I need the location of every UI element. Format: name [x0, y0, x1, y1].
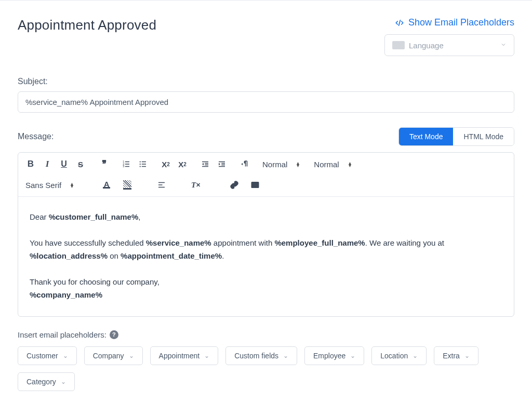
- placeholder-pill-employee[interactable]: Employee⌄: [304, 346, 364, 365]
- placeholder-pill-appointment[interactable]: Appointment⌄: [150, 346, 219, 365]
- pill-label: Customer: [26, 352, 58, 360]
- font-select[interactable]: Sans Serif ▴▾: [25, 181, 75, 190]
- ordered-list-button[interactable]: 123: [121, 158, 131, 170]
- placeholder-pill-extra[interactable]: Extra⌄: [434, 346, 478, 365]
- pill-label: Location: [380, 352, 408, 360]
- font-select-label: Sans Serif: [25, 181, 61, 190]
- placeholder-service: %service_name%: [146, 238, 211, 247]
- header-select[interactable]: Normal ▴▾: [262, 160, 301, 169]
- page-title: Appointment Approved: [18, 17, 156, 33]
- superscript-button[interactable]: X2: [177, 158, 188, 170]
- placeholder-pill-customer[interactable]: Customer⌄: [18, 346, 77, 365]
- align-button[interactable]: [156, 179, 167, 191]
- italic-button[interactable]: I: [42, 158, 52, 170]
- body-text: Dear: [30, 212, 49, 221]
- subject-input[interactable]: [18, 91, 514, 113]
- chevron-down-icon: ⌄: [61, 378, 66, 385]
- show-email-placeholders-link[interactable]: Show Email Placeholders: [394, 17, 514, 28]
- message-editor: B I U S ❜❜ 123 X2 X2: [18, 152, 514, 317]
- svg-point-10: [140, 161, 141, 162]
- flag-icon: [392, 41, 405, 49]
- pill-label: Category: [26, 378, 56, 386]
- pill-label: Company: [93, 352, 124, 360]
- subject-label: Subject:: [18, 77, 514, 86]
- highlight-button[interactable]: [122, 179, 132, 191]
- outdent-button[interactable]: [200, 158, 210, 170]
- mode-toggle: Text Mode HTML Mode: [398, 127, 514, 146]
- body-text: You have successfully scheduled: [30, 238, 146, 247]
- header-row: Appointment Approved Show Email Placehol…: [18, 17, 514, 56]
- body-text: ,: [138, 212, 140, 221]
- header-select-label: Normal: [262, 160, 287, 169]
- chevron-down-icon: ⌄: [350, 352, 355, 359]
- insert-placeholders-label: Insert email placeholders:: [18, 330, 107, 339]
- subscript-button[interactable]: X2: [161, 158, 171, 170]
- size-select-label: Normal: [314, 160, 339, 169]
- pill-label: Employee: [313, 352, 345, 360]
- chevron-down-icon: [500, 41, 507, 50]
- direction-button[interactable]: [240, 158, 250, 170]
- caret-updown-icon: ▴▾: [297, 162, 299, 167]
- font-color-button[interactable]: A: [101, 179, 112, 191]
- help-icon[interactable]: ?: [110, 330, 118, 339]
- html-mode-button[interactable]: HTML Mode: [453, 128, 514, 145]
- chevron-down-icon: ⌄: [464, 352, 470, 359]
- message-label: Message:: [18, 132, 54, 141]
- body-text: on: [108, 251, 121, 260]
- placeholder-pill-company[interactable]: Company⌄: [84, 346, 143, 365]
- body-text: . We are waiting you at: [365, 238, 444, 247]
- placeholder-company: %company_name%: [30, 290, 102, 299]
- language-select[interactable]: Language: [384, 34, 514, 56]
- message-textarea[interactable]: Dear %customer_full_name%, You have succ…: [18, 197, 514, 316]
- placeholder-pill-category[interactable]: Category⌄: [18, 372, 75, 391]
- svg-marker-17: [202, 163, 204, 166]
- blockquote-button[interactable]: ❜❜: [98, 158, 109, 170]
- svg-point-11: [140, 164, 141, 165]
- chevron-down-icon: ⌄: [129, 352, 134, 359]
- clear-format-button[interactable]: T✕: [191, 179, 201, 191]
- chevron-down-icon: ⌄: [413, 352, 418, 359]
- text-mode-button[interactable]: Text Mode: [399, 128, 454, 145]
- chevron-down-icon: ⌄: [63, 352, 68, 359]
- caret-updown-icon: ▴▾: [349, 162, 351, 167]
- indent-button[interactable]: [217, 158, 227, 170]
- underline-button[interactable]: U: [59, 158, 69, 170]
- svg-marker-23: [241, 163, 243, 166]
- unordered-list-button[interactable]: [138, 158, 148, 170]
- placeholder-location: %location_address%: [30, 251, 108, 260]
- svg-marker-22: [219, 163, 220, 166]
- link-button[interactable]: [229, 179, 240, 191]
- body-text: appointment with: [211, 238, 275, 247]
- pill-label: Appointment: [159, 352, 200, 360]
- chevron-down-icon: ⌄: [283, 352, 288, 359]
- placeholder-pills: Customer⌄ Company⌄ Appointment⌄ Custom f…: [18, 346, 514, 391]
- code-icon: [394, 18, 405, 28]
- placeholder-pill-location[interactable]: Location⌄: [371, 346, 427, 365]
- placeholder-employee: %employee_full_name%: [274, 238, 365, 247]
- language-placeholder: Language: [409, 41, 444, 50]
- editor-toolbar: B I U S ❜❜ 123 X2 X2: [18, 153, 514, 197]
- body-text: Thank you for choosing our company,: [30, 277, 159, 286]
- size-select[interactable]: Normal ▴▾: [314, 160, 353, 169]
- placeholder-pill-custom-fields[interactable]: Custom fields⌄: [225, 346, 297, 365]
- svg-line-0: [398, 20, 400, 25]
- svg-point-12: [140, 166, 141, 167]
- body-text: .: [222, 251, 224, 260]
- bold-button[interactable]: B: [25, 158, 36, 170]
- caret-updown-icon: ▴▾: [71, 182, 73, 187]
- placeholder-customer: %customer_full_name%: [49, 212, 139, 221]
- pill-label: Custom fields: [234, 352, 278, 360]
- svg-text:3: 3: [123, 165, 124, 168]
- chevron-down-icon: ⌄: [204, 352, 209, 359]
- image-button[interactable]: [250, 179, 260, 191]
- placeholder-datetime: %appointment_date_time%: [121, 251, 222, 260]
- strike-button[interactable]: S: [75, 158, 86, 170]
- pill-label: Extra: [443, 352, 460, 360]
- show-placeholders-text: Show Email Placeholders: [408, 17, 514, 28]
